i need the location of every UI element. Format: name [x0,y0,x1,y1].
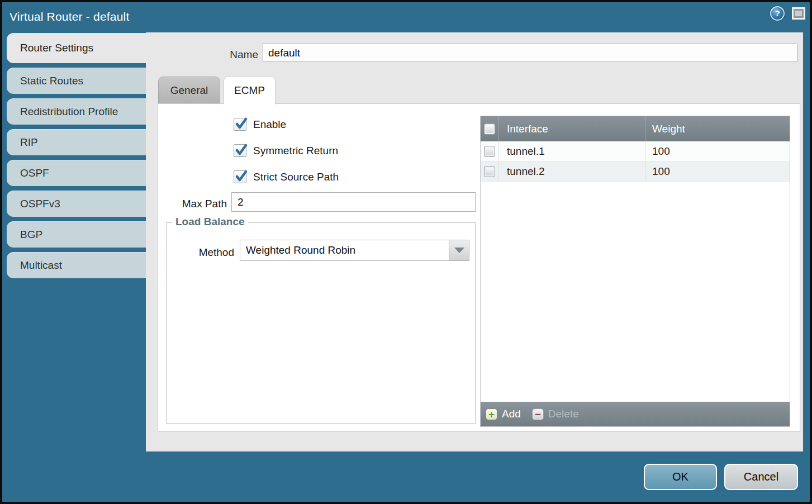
name-input[interactable] [263,44,797,62]
row-checkbox[interactable] [484,146,495,157]
strict-source-path-checkbox[interactable] [234,170,246,183]
symmetric-return-label: Symmetric Return [253,145,338,157]
sidebar-item-bgp[interactable]: BGP [7,221,146,248]
table-empty-space [481,182,790,402]
method-dropdown-button[interactable] [449,240,469,260]
sidebar: Router Settings Static Routes Redistribu… [7,33,146,278]
cell-interface: tunnel.1 [499,141,645,161]
sidebar-item-multicast[interactable]: Multicast [7,252,146,278]
add-icon: + [486,408,497,420]
sidebar-item-ospf[interactable]: OSPF [7,160,146,186]
row-checkbox-cell [481,141,499,161]
column-header-weight: Weight [645,116,790,141]
enable-row: Enable [234,118,286,131]
select-all-checkbox[interactable] [484,123,495,135]
sidebar-item-rip[interactable]: RIP [7,129,146,155]
sidebar-item-static-routes[interactable]: Static Routes [7,68,146,94]
column-header-interface: Interface [499,116,645,141]
virtual-router-dialog: Virtual Router - default ? Router Settin… [0,0,812,504]
help-icon[interactable]: ? [770,6,785,21]
cell-weight: 100 [645,145,790,158]
sidebar-item-ospfv3[interactable]: OSPFv3 [7,191,146,217]
dialog-titlebar: Virtual Router - default ? [2,2,810,32]
delete-button[interactable]: − Delete [532,408,579,420]
load-balance-group: Load Balance Method Weighted Round Robin [166,222,476,424]
interface-table-footer: + Add − Delete [481,402,790,426]
table-row[interactable]: tunnel.2 100 [481,161,790,182]
cell-interface: tunnel.2 [499,161,645,181]
symmetric-return-row: Symmetric Return [234,144,338,157]
table-row[interactable]: tunnel.1 100 [481,141,790,161]
strict-source-path-row: Strict Source Path [234,170,339,183]
delete-button-label: Delete [548,408,579,420]
check-icon [234,143,249,158]
symmetric-return-checkbox[interactable] [234,144,246,157]
method-select[interactable]: Weighted Round Robin [240,240,469,261]
restore-window-icon[interactable] [792,7,805,20]
enable-label: Enable [253,118,286,131]
delete-icon: − [532,408,544,420]
max-path-input[interactable] [231,192,476,212]
interface-table: Interface Weight tunnel.1 100 tunnel.2 1… [480,116,790,427]
add-button-label: Add [502,408,521,420]
enable-checkbox[interactable] [234,118,246,131]
tab-ecmp[interactable]: ECMP [224,76,276,104]
method-label: Method [167,246,234,259]
restore-window-icon-inner [795,11,802,16]
row-checkbox[interactable] [484,166,495,177]
row-checkbox-cell [481,161,499,181]
check-icon [234,169,249,184]
chevron-down-icon [454,248,464,253]
method-selected-value: Weighted Round Robin [246,240,355,260]
sidebar-item-router-settings[interactable]: Router Settings [7,33,146,63]
load-balance-legend: Load Balance [172,216,248,228]
add-button[interactable]: + Add [486,408,521,420]
tab-general[interactable]: General [158,77,220,103]
name-label: Name [202,49,258,61]
ok-button[interactable]: OK [644,464,717,490]
cancel-button[interactable]: Cancel [724,464,798,490]
interface-table-header: Interface Weight [481,116,790,141]
sidebar-item-redistribution-profile[interactable]: Redistribution Profile [7,98,146,125]
header-checkbox-cell [481,116,499,141]
check-icon [234,117,249,131]
strict-source-path-label: Strict Source Path [253,171,339,183]
max-path-label: Max Path [158,198,227,210]
main-panel: Name General ECMP Enable Symme [146,32,803,451]
cell-weight: 100 [645,165,790,178]
dialog-title: Virtual Router - default [10,2,130,31]
ecmp-tab-content: Enable Symmetric Return Strict Source Pa… [158,103,800,432]
